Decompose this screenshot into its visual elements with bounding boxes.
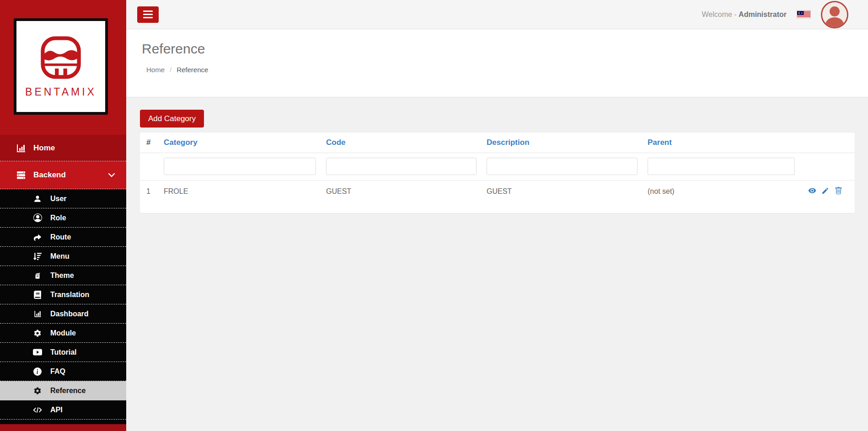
breadcrumb-separator: / (170, 66, 171, 74)
sidebar-item-label: Theme (50, 271, 74, 280)
table-header-row: # Category Code Description Parent (140, 133, 855, 153)
breadcrumb-current: Reference (177, 66, 208, 74)
category-filter-input[interactable] (164, 158, 316, 175)
cell-category: FROLE (164, 180, 326, 203)
sidebar-filler (0, 420, 126, 424)
sidebar-item-reference[interactable]: Reference (0, 381, 126, 400)
book-icon (33, 291, 42, 299)
sidebar-toggle-button[interactable] (137, 6, 159, 23)
welcome-text: Welcome - Administrator (702, 11, 787, 19)
sidebar-item-label: Module (50, 329, 76, 337)
sidebar-item-label: Tutorial (50, 348, 76, 357)
add-category-button[interactable]: Add Category (140, 110, 204, 128)
column-header-parent[interactable]: Parent (648, 133, 805, 153)
pencil-icon (821, 187, 829, 195)
cell-description: GUEST (487, 180, 648, 203)
topbar: Welcome - Administrator (126, 0, 868, 29)
main-area: Welcome - Administrator (126, 0, 868, 431)
eye-icon (808, 186, 816, 195)
cell-num: 1 (140, 180, 164, 203)
chevron-down-icon (108, 173, 115, 177)
trash-icon (835, 187, 842, 195)
filter-cell-num (140, 153, 164, 180)
sidebar-item-menu[interactable]: Menu (0, 247, 126, 266)
code-icon (33, 406, 42, 414)
description-filter-input[interactable] (487, 158, 638, 175)
brand-block: BENTAMIX (0, 0, 126, 135)
sidebar-item-backend[interactable]: Backend (0, 161, 126, 189)
sidebar-item-label: Dashboard (50, 310, 89, 318)
brand-name: BENTAMIX (25, 86, 96, 98)
sidebar-item-label: Home (33, 144, 55, 153)
sidebar-item-label: Menu (50, 252, 70, 261)
layers-icon (33, 271, 42, 280)
sidebar-item-route[interactable]: Route (0, 228, 126, 247)
page-header: Reference Home / Reference (126, 29, 868, 97)
sidebar-item-api[interactable]: API (0, 400, 126, 420)
sidebar-item-dashboard[interactable]: Dashboard (0, 304, 126, 324)
sidebar-item-translation[interactable]: Translation (0, 285, 126, 304)
avatar[interactable] (821, 1, 848, 28)
cell-parent: (not set) (648, 180, 805, 203)
sidebar-item-label: Backend (33, 170, 66, 180)
column-header-category[interactable]: Category (164, 133, 326, 153)
sidebar-item-home[interactable]: Home (0, 135, 126, 161)
reference-table: # Category Code Description Parent (140, 133, 855, 203)
welcome-prefix: Welcome - (702, 11, 739, 18)
server-list-icon (15, 170, 27, 181)
sidebar-item-label: API (50, 406, 63, 414)
column-header-description[interactable]: Description (487, 133, 648, 153)
youtube-icon (33, 349, 42, 356)
sidebar-bottom-strip (0, 424, 126, 431)
breadcrumb-home-link[interactable]: Home (146, 66, 165, 74)
username: Administrator (739, 11, 787, 18)
column-header-code[interactable]: Code (326, 133, 487, 153)
cell-code: GUEST (326, 180, 487, 203)
bar-chart-icon (15, 143, 27, 154)
code-filter-input[interactable] (326, 158, 477, 175)
sidebar-item-label: User (50, 195, 67, 203)
app-root: BENTAMIX Home (0, 0, 868, 431)
reference-table-card: # Category Code Description Parent (140, 133, 855, 213)
breadcrumb: Home / Reference (146, 66, 868, 74)
sidebar-item-tutorial[interactable]: Tutorial (0, 343, 126, 362)
sidebar-item-label: Route (50, 233, 71, 241)
sidebar-item-label: Role (50, 214, 66, 222)
user-icon (33, 195, 42, 203)
gear-icon (33, 329, 42, 337)
share-arrow-icon (33, 234, 42, 241)
sidebar-item-user[interactable]: User (0, 189, 126, 208)
table-filter-row (140, 153, 855, 180)
parent-filter-input[interactable] (648, 158, 795, 175)
gear-icon (33, 387, 42, 395)
sidebar: BENTAMIX Home (0, 0, 126, 431)
view-button[interactable] (808, 186, 816, 195)
sidebar-item-label: FAQ (50, 367, 65, 376)
sidebar-item-label: Translation (50, 291, 89, 299)
brand-logo-card[interactable]: BENTAMIX (14, 18, 108, 115)
column-header-actions (805, 133, 855, 153)
cell-actions (805, 180, 855, 203)
bar-chart-icon (33, 309, 42, 318)
sort-amount-icon (33, 252, 42, 261)
bentamix-logo-icon (40, 36, 82, 80)
sidebar-item-role[interactable]: Role (0, 208, 126, 228)
content-area: Add Category # Category Code Description (126, 97, 868, 431)
topbar-right: Welcome - Administrator (702, 1, 848, 28)
info-circle-icon (33, 367, 42, 376)
sidebar-item-module[interactable]: Module (0, 324, 126, 343)
user-circle-icon (33, 213, 42, 222)
sidebar-item-theme[interactable]: Theme (0, 266, 126, 285)
table-row: 1 FROLE GUEST GUEST (not set) (140, 180, 855, 203)
page-title: Reference (142, 41, 868, 57)
edit-button[interactable] (821, 187, 829, 195)
sidebar-item-faq[interactable]: FAQ (0, 362, 126, 381)
delete-button[interactable] (835, 187, 842, 195)
malaysia-flag-icon[interactable] (797, 10, 811, 19)
sidebar-item-label: Reference (50, 387, 86, 395)
column-header-num: # (140, 133, 164, 153)
